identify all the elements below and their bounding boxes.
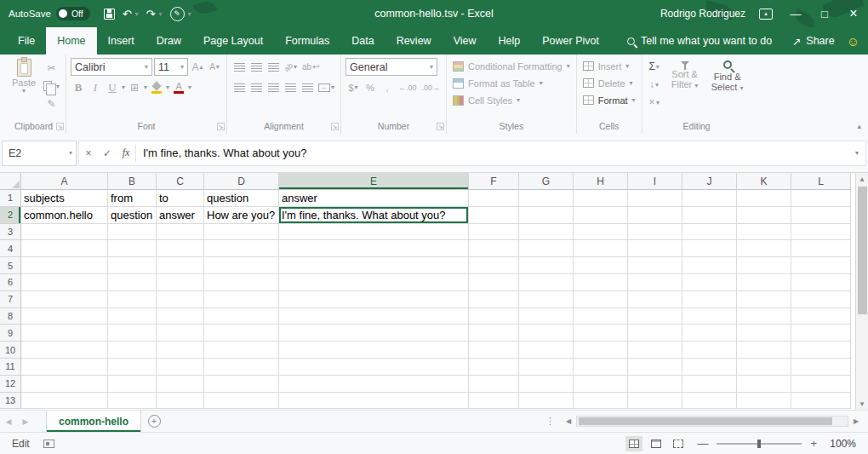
cell-K11[interactable] [737,359,791,376]
tab-home[interactable]: Home [46,27,96,55]
column-header-D[interactable]: D [204,173,279,190]
increase-decimal-button[interactable]: ←.00 [397,79,419,96]
cell-D6[interactable] [204,274,279,291]
name-box-dropdown-icon[interactable]: ▾ [69,149,72,157]
tab-review[interactable]: Review [385,27,443,55]
formula-input[interactable]: I'm fine, thanks. What about you? [136,147,848,159]
cell-K10[interactable] [737,342,791,359]
page-break-view-button[interactable] [670,436,687,451]
row-header-2[interactable]: 2 [0,207,21,224]
underline-button[interactable]: U [105,79,120,96]
cell-J5[interactable] [682,257,737,274]
cell-L11[interactable] [791,359,851,376]
cell-H7[interactable] [574,291,628,308]
cell-C2[interactable]: answer [157,207,204,224]
cell-F8[interactable] [469,308,519,325]
expand-formula-bar-icon[interactable]: ▾ [848,149,865,157]
row-header-7[interactable]: 7 [0,291,21,308]
tab-page-layout[interactable]: Page Layout [192,27,274,55]
cell-D7[interactable] [204,291,279,308]
cell-H10[interactable] [574,342,628,359]
cell-G7[interactable] [519,291,574,308]
cell-D13[interactable] [204,393,279,410]
cell-E4[interactable] [279,240,469,257]
align-right-button[interactable] [266,79,281,96]
cell-A2[interactable]: common.hello [21,207,108,224]
merge-center-button[interactable]: ↔▾ [317,79,336,96]
row-header-13[interactable]: 13 [0,393,21,410]
cell-D8[interactable] [204,308,279,325]
zoom-slider[interactable] [717,443,802,445]
undo-dropdown-icon[interactable]: ▾ [135,10,139,18]
cell-K13[interactable] [737,393,791,410]
cell-H6[interactable] [574,274,628,291]
cell-G10[interactable] [519,342,574,359]
cell-J9[interactable] [682,325,737,342]
underline-dropdown-icon[interactable]: ▾ [122,83,125,91]
cell-G12[interactable] [519,376,574,393]
column-header-B[interactable]: B [108,173,157,190]
sheetbar-dots-icon[interactable]: ⋮ [539,411,562,432]
cell-H2[interactable] [574,207,628,224]
clear-button[interactable]: ✕▾ [647,94,662,111]
cell-C12[interactable] [157,376,204,393]
cell-G6[interactable] [519,274,574,291]
row-header-9[interactable]: 9 [0,325,21,342]
cell-F4[interactable] [469,240,519,257]
cell-C11[interactable] [157,359,204,376]
cell-J6[interactable] [682,274,737,291]
cell-K3[interactable] [737,224,791,241]
cell-L5[interactable] [791,257,851,274]
decrease-decimal-button[interactable]: .00→ [420,79,443,96]
column-header-L[interactable]: L [791,173,851,190]
ribbon-display-options-icon[interactable]: ▴ [759,9,773,20]
cell-F1[interactable] [469,190,519,207]
cell-K4[interactable] [737,240,791,257]
cell-J2[interactable] [682,207,737,224]
cell-H9[interactable] [574,325,628,342]
font-name-combo[interactable]: Calibri ▾ [71,58,152,76]
tab-insert[interactable]: Insert [97,27,146,55]
tab-file[interactable]: File [7,27,46,55]
horizontal-scroll-track[interactable] [576,416,848,427]
zoom-level[interactable]: 100% [827,438,856,450]
share-button[interactable]: ↗ Share [792,27,835,55]
row-header-3[interactable]: 3 [0,224,21,241]
cell-K1[interactable] [737,190,791,207]
cell-I10[interactable] [628,342,682,359]
insert-cells-button[interactable]: Insert ▾ [581,58,637,74]
fill-color-button[interactable] [149,79,164,96]
cell-I6[interactable] [628,274,682,291]
cell-I2[interactable] [628,207,682,224]
column-header-C[interactable]: C [157,173,204,190]
cell-I9[interactable] [628,325,682,342]
minimize-button[interactable]: — [781,0,810,27]
feedback-smiley-icon[interactable]: ☺ [847,27,859,55]
align-middle-button[interactable] [248,59,264,76]
autosum-button[interactable]: Σ▾ [647,58,662,75]
dialog-launcher-icon[interactable]: ↘ [331,123,339,130]
cell-D3[interactable] [204,224,279,241]
vertical-scroll-thumb[interactable] [858,187,867,314]
cell-D12[interactable] [204,376,279,393]
cell-B4[interactable] [108,240,157,257]
cell-B2[interactable]: question [108,207,157,224]
cell-L7[interactable] [791,291,851,308]
cell-H4[interactable] [574,240,628,257]
cell-J12[interactable] [682,376,737,393]
cell-L13[interactable] [791,393,851,410]
cell-B7[interactable] [108,291,157,308]
autosave-pill[interactable]: Off [56,7,90,20]
column-header-E[interactable]: E [279,173,469,190]
cell-I7[interactable] [628,291,682,308]
paste-button[interactable]: Paste ▾ [6,57,42,120]
cell-C8[interactable] [157,308,204,325]
dialog-launcher-icon[interactable]: ↘ [56,123,64,130]
format-as-table-button[interactable]: Format as Table ▾ [451,75,572,91]
cell-A3[interactable] [21,224,108,241]
close-button[interactable]: × [839,0,868,27]
cell-L9[interactable] [791,325,851,342]
cell-G3[interactable] [519,224,574,241]
increase-font-button[interactable]: A▴ [190,59,205,76]
cell-J11[interactable] [682,359,737,376]
